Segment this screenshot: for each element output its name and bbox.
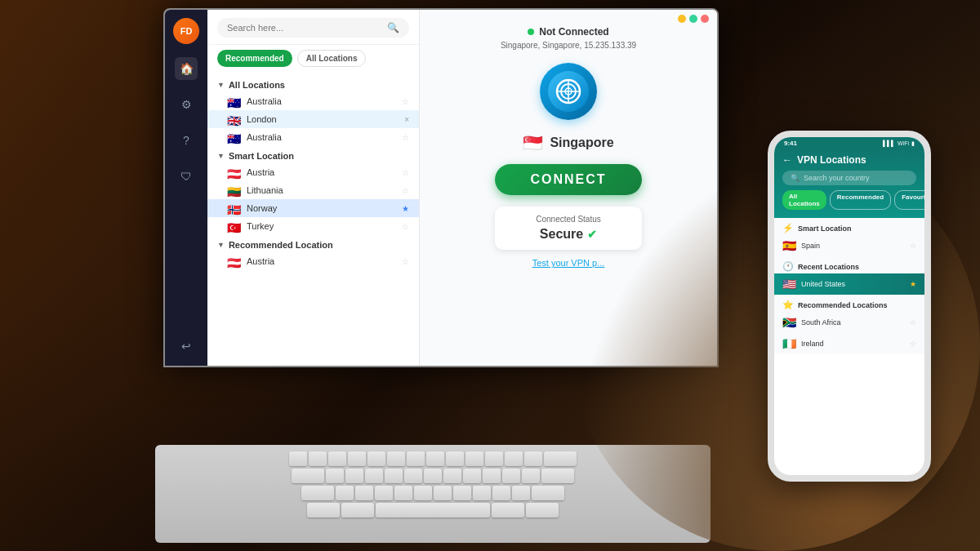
flag-australia2: 🇦🇺: [227, 132, 240, 142]
sidebar-logout-icon[interactable]: ↩: [175, 335, 198, 358]
section-recommended-location[interactable]: ▼ Recommended Location: [207, 235, 419, 252]
star-icon[interactable]: ☆: [402, 168, 409, 177]
star-icon-filled[interactable]: ★: [910, 280, 916, 288]
star-icon-filled[interactable]: ★: [402, 204, 409, 213]
item-name: South Africa: [801, 318, 905, 327]
star-icon[interactable]: ☆: [402, 222, 409, 231]
list-item[interactable]: 🇿🇦 South Africa ☆: [774, 312, 924, 333]
list-item[interactable]: 🇬🇧 London ×: [207, 110, 419, 128]
chevron-down-icon: ▼: [217, 241, 225, 249]
flag-ireland: 🇮🇪: [782, 337, 796, 350]
location-selector[interactable]: 🇸🇬 Singapore: [523, 133, 613, 153]
list-item[interactable]: 🇦🇺 Australia ☆: [207, 128, 419, 146]
kb-key: [387, 451, 405, 466]
kb-key: [483, 469, 501, 483]
section-label: Smart Location: [798, 224, 852, 233]
section-all-locations[interactable]: ▼ All Locations: [207, 75, 419, 92]
tab-recommended[interactable]: Recommended: [217, 50, 292, 67]
star-icon[interactable]: ☆: [402, 186, 409, 195]
search-icon: 🔍: [791, 174, 800, 182]
section-smart-location[interactable]: ▼ Smart Location: [207, 146, 419, 163]
phone-section-recommended: ⭐ Recommended Locations: [774, 295, 924, 312]
back-button[interactable]: ←: [782, 154, 792, 166]
kb-key: [385, 469, 403, 483]
flag-australia: 🇦🇺: [227, 96, 240, 106]
kb-key: [463, 469, 481, 483]
kb-key: [505, 451, 523, 466]
phone-app-title: VPN Locations: [797, 154, 866, 166]
kb-key: [365, 469, 383, 483]
kb-key: [502, 469, 520, 483]
sidebar-home-icon[interactable]: 🏠: [175, 57, 198, 80]
list-item[interactable]: 🇦🇹 Austria ☆: [207, 252, 419, 270]
kb-key: [485, 451, 503, 466]
star-icon[interactable]: ☆: [402, 97, 409, 106]
kb-key: [341, 503, 374, 518]
kb-key: [404, 469, 422, 483]
locations-list: ▼ All Locations 🇦🇺 Australia ☆ 🇬🇧 London…: [207, 72, 419, 366]
connect-button[interactable]: CONNECT: [495, 164, 642, 195]
list-item[interactable]: 🇮🇪 Ireland ☆: [774, 333, 924, 354]
star-icon[interactable]: ☆: [402, 133, 409, 142]
close-button[interactable]: [701, 15, 709, 23]
connection-status: Not Connected: [528, 26, 608, 38]
sidebar-help-icon[interactable]: ?: [175, 129, 198, 152]
kb-key: [407, 451, 425, 466]
clock-icon: 🕐: [782, 261, 794, 272]
left-panel: 🔍 Recommended All Locations ▼ All Locati…: [207, 10, 420, 366]
phone-icons: ▌▌▌ WiFi ▮: [883, 140, 915, 147]
location-name: Lithuania: [247, 185, 283, 195]
tab-buttons: Recommended All Locations: [207, 45, 419, 72]
chevron-down-icon: ▼: [217, 152, 225, 160]
location-name: Australia: [247, 96, 282, 106]
star-icon[interactable]: ☆: [910, 242, 916, 250]
kb-key: [434, 486, 452, 500]
minimize-button[interactable]: [678, 15, 686, 23]
tab-favourite[interactable]: Favourite: [894, 190, 924, 210]
star-icon[interactable]: ☆: [910, 340, 916, 348]
kb-key: [541, 469, 574, 483]
location-name-big: Singapore: [550, 136, 613, 150]
star-icon[interactable]: ☆: [910, 318, 916, 327]
close-icon[interactable]: ×: [404, 115, 409, 124]
star-icon[interactable]: ☆: [402, 257, 409, 266]
signal-icon: ▌▌▌: [883, 140, 895, 146]
kb-key: [345, 469, 363, 483]
checkmark-icon: ✔: [587, 228, 597, 241]
kb-key: [466, 451, 483, 466]
kb-key: [512, 486, 530, 500]
phone-frame: 9:41 ▌▌▌ WiFi ▮ ← VPN Locations 🔍: [768, 131, 931, 482]
maximize-button[interactable]: [689, 15, 697, 23]
phone: 9:41 ▌▌▌ WiFi ▮ ← VPN Locations 🔍: [768, 131, 931, 482]
list-item[interactable]: 🇳🇴 Norway ★: [207, 199, 419, 217]
list-item[interactable]: 🇱🇹 Lithuania ☆: [207, 181, 419, 199]
kb-key: [443, 469, 461, 483]
connected-status-label: Connected Status: [511, 215, 626, 224]
search-input-wrap[interactable]: 🔍: [217, 18, 409, 38]
flag-austria: 🇦🇹: [227, 167, 240, 177]
phone-search-bar[interactable]: 🔍: [782, 171, 916, 185]
kb-key: [309, 451, 327, 466]
kb-key: [301, 486, 334, 500]
tab-all-locations[interactable]: All Locations: [782, 190, 826, 210]
list-item[interactable]: 🇺🇸 United States ★: [774, 273, 924, 295]
list-item[interactable]: 🇦🇺 Australia ☆: [207, 92, 419, 110]
sidebar-settings-icon[interactable]: ⚙: [175, 93, 198, 116]
location-name: London: [247, 114, 277, 124]
phone-search-input[interactable]: [804, 174, 908, 182]
tab-recommended[interactable]: Recommended: [830, 190, 891, 210]
user-avatar[interactable]: FD: [173, 18, 199, 44]
search-input[interactable]: [227, 23, 382, 33]
phone-section-smart: ⚡ Smart Location: [774, 218, 924, 235]
location-name: Austria: [247, 256, 274, 266]
window-controls: [678, 15, 709, 23]
kb-key: [526, 503, 559, 518]
list-item[interactable]: 🇦🇹 Austria ☆: [207, 163, 419, 181]
kb-key: [532, 486, 564, 500]
phone-section-recent: 🕐 Recent Locations: [774, 256, 924, 273]
list-item[interactable]: 🇹🇷 Turkey ☆: [207, 217, 419, 235]
sidebar-shield-icon[interactable]: 🛡: [175, 165, 198, 188]
list-item[interactable]: 🇪🇸 Spain ☆: [774, 235, 924, 256]
kb-key: [522, 469, 540, 483]
tab-all-locations[interactable]: All Locations: [297, 50, 367, 67]
